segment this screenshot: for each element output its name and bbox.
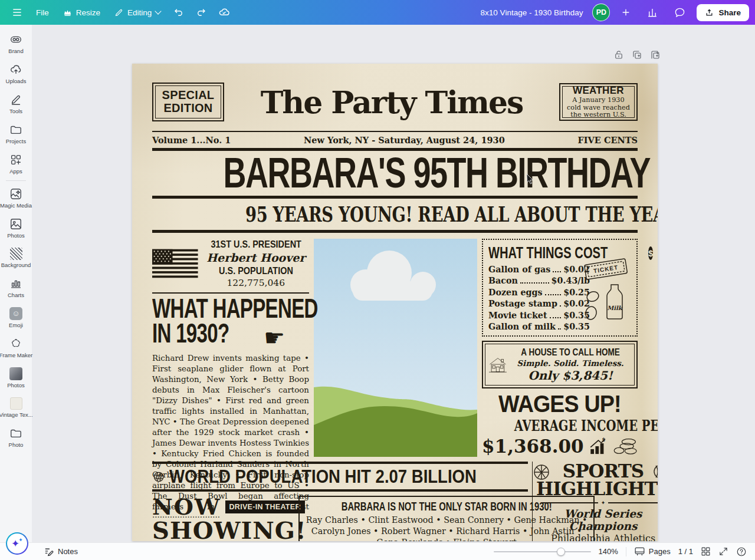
canvas-area[interactable]: SPECIAL EDITION The Party Times WEATHER … xyxy=(32,25,755,542)
sidebar-item-magic-media[interactable]: Magic Media xyxy=(0,183,32,213)
sidebar-item-brand[interactable]: Brand xyxy=(0,28,32,58)
house-icon xyxy=(489,347,507,383)
resize-label: Resize xyxy=(76,8,100,17)
sidebar-item-apps[interactable]: Apps xyxy=(0,149,32,179)
special-edition-box[interactable]: SPECIAL EDITION xyxy=(152,83,224,121)
sidebar-divider xyxy=(6,180,26,181)
insights-button[interactable] xyxy=(642,4,663,21)
house-tagline: Simple. Solid. Timeless. xyxy=(510,358,631,368)
president-block[interactable]: 31ST U.S. PRESIDENT Herbert Hoover U.S. … xyxy=(152,239,309,288)
now-showing-block[interactable]: NOW DRIVE-IN THEATER SHOWING! THE YEAR'S… xyxy=(152,496,294,541)
house-panel[interactable]: A HOUSE TO CALL HOME Simple. Solid. Time… xyxy=(482,341,638,388)
wages-title: WAGES UP! xyxy=(498,392,621,416)
sidebar-item-emoji[interactable]: ☺ Emoji xyxy=(0,302,32,332)
sidebar-item-vintage-texture[interactable]: Vintage Tex... xyxy=(0,393,32,422)
headline-text: BARBARA'S 95TH BIRTHDAY xyxy=(224,153,650,193)
redo-button[interactable] xyxy=(191,4,212,21)
growth-chart-icon: $ xyxy=(589,436,608,457)
dot-leader xyxy=(560,305,561,307)
left-column: 31ST U.S. PRESIDENT Herbert Hoover U.S. … xyxy=(152,239,309,457)
background-icon xyxy=(10,248,22,260)
file-menu-button[interactable]: File xyxy=(29,5,55,21)
share-button[interactable]: Share xyxy=(697,4,749,21)
add-page-icon[interactable] xyxy=(650,50,661,60)
president-name: Herbert Hoover xyxy=(203,251,309,264)
projects-icon xyxy=(9,123,22,136)
what-happened-title[interactable]: WHAT HAPPENED IN 1930?☛ xyxy=(152,296,309,349)
notes-button[interactable]: Notes xyxy=(44,546,78,556)
sidebar-item-photos[interactable]: Photos xyxy=(0,213,32,243)
grid-view-button[interactable] xyxy=(701,546,711,556)
page-controls xyxy=(613,50,661,60)
bar-chart-icon xyxy=(647,7,658,18)
sidebar-item-photos-pack[interactable]: Photos xyxy=(0,363,32,393)
photo-folder-icon xyxy=(9,427,22,440)
avatar[interactable]: PD xyxy=(592,4,610,21)
pages-button[interactable]: Pages xyxy=(634,546,671,556)
world-population-band[interactable]: WORLD POPULATION HIT 2.07 BILLION xyxy=(152,462,528,492)
bottom-left-region: WORLD POPULATION HIT 2.07 BILLION NOW DR… xyxy=(152,462,528,541)
comments-button[interactable] xyxy=(669,4,691,22)
share-label: Share xyxy=(718,8,741,17)
cost-row: Bacon$0.43/lb xyxy=(488,276,590,285)
magic-media-icon xyxy=(9,187,22,200)
cost-row: Gallon of milk$0.35 xyxy=(488,322,590,331)
sidebar-item-projects[interactable]: Projects xyxy=(0,118,32,149)
basketball-icon xyxy=(533,463,550,483)
cloud-save-status[interactable] xyxy=(213,3,235,22)
sports-highlights-block[interactable]: SPORTS HIGHLIGHTS ✦ World Series Champio… xyxy=(532,462,658,541)
main-menu-button[interactable] xyxy=(6,3,28,22)
sidebar-item-charts[interactable]: Charts xyxy=(0,272,32,302)
photo-placeholder[interactable] xyxy=(314,239,477,457)
svg-text:$: $ xyxy=(602,437,605,443)
weather-box[interactable]: WEATHER A January 1930 cold wave reached… xyxy=(559,83,638,121)
zoom-slider-track xyxy=(494,551,591,552)
lock-icon[interactable] xyxy=(613,50,624,60)
dot-leader xyxy=(558,328,561,330)
wages-block[interactable]: WAGES UP! AVERAGE INCOME PER YEAR $1,368… xyxy=(482,392,638,457)
drive-in-badge: DRIVE-IN THEATER xyxy=(225,500,305,513)
uploads-icon xyxy=(9,63,22,76)
invite-member-button[interactable] xyxy=(616,4,636,21)
grid-view-icon xyxy=(701,546,711,556)
zoom-level[interactable]: 140% xyxy=(599,547,618,556)
fullscreen-button[interactable] xyxy=(718,546,728,556)
wages-subtitle: AVERAGE INCOME PER YEAR xyxy=(514,417,658,434)
chevron-down-icon xyxy=(155,8,162,14)
resize-button[interactable]: Resize xyxy=(57,5,107,21)
pages-icon xyxy=(634,546,645,556)
zoom-slider-thumb[interactable] xyxy=(557,548,565,556)
sidebar-item-uploads[interactable]: Uploads xyxy=(0,58,32,88)
eggs-icon xyxy=(583,289,603,320)
sidebar-item-photo-folder[interactable]: Photo xyxy=(0,422,32,452)
statusbar-divider xyxy=(626,547,626,556)
notes-icon xyxy=(44,546,54,556)
apps-icon xyxy=(9,153,22,166)
duplicate-page-icon[interactable] xyxy=(632,50,642,60)
sidebar-item-background[interactable]: Background xyxy=(0,243,32,272)
dateline-row[interactable]: Volume 1...No. 1 New York, NY - Saturday… xyxy=(152,132,638,148)
right-column: WHAT THINGS COST $ Gallon of gas$0.02 Ba… xyxy=(482,239,638,457)
page-indicator: 1 / 1 xyxy=(678,547,693,556)
help-button[interactable] xyxy=(736,546,747,557)
vintage-texture-icon xyxy=(10,397,22,410)
headline-block[interactable]: BARBARA'S 95TH BIRTHDAY xyxy=(152,153,638,193)
undo-button[interactable] xyxy=(168,4,189,21)
editing-mode-button[interactable]: Editing xyxy=(108,5,167,21)
document-title[interactable]: 8x10 Vintage - 1930 Birthday xyxy=(481,8,583,17)
top-toolbar: File Resize Editing 8x10 Vintage - 1930 … xyxy=(0,0,755,25)
sidebar-item-tools[interactable]: Tools xyxy=(0,88,32,118)
what-happened-line2: IN 1930? xyxy=(152,321,229,345)
newspaper-title[interactable]: The Party Times xyxy=(224,84,559,120)
house-price: Only $3,845! xyxy=(510,368,631,383)
what-happened-line1: WHAT HAPPENED xyxy=(152,296,318,321)
status-bar: Notes 140% Pages 1 / 1 xyxy=(0,542,755,560)
sidebar-item-frame-maker[interactable]: Frame Maker xyxy=(0,332,32,363)
subheadline-block[interactable]: 95 YEARS YOUNG! READ ALL ABOUT THE YEAR … xyxy=(152,202,638,226)
zoom-slider[interactable] xyxy=(494,548,591,556)
what-things-cost-panel[interactable]: WHAT THINGS COST $ Gallon of gas$0.02 Ba… xyxy=(482,239,638,337)
middle-column xyxy=(314,239,477,457)
canva-assistant-button[interactable]: ✦✦ xyxy=(6,532,28,555)
design-page[interactable]: SPECIAL EDITION The Party Times WEATHER … xyxy=(132,64,658,541)
population-value: 122,775,046 xyxy=(203,278,309,288)
